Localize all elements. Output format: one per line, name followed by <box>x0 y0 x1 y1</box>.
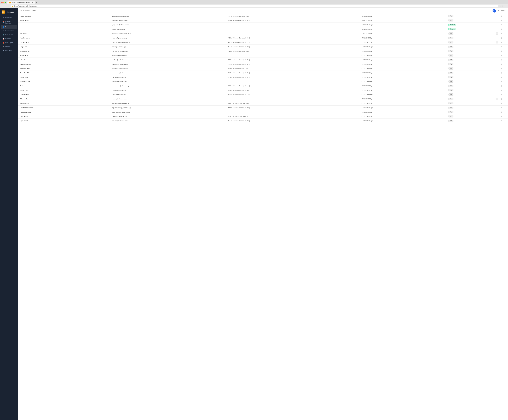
chevron-right-icon[interactable]: › <box>506 50 506 52</box>
chevron-right-icon[interactable]: › <box>506 28 506 30</box>
user-delete-cell[interactable]: 🗑 <box>500 18 504 23</box>
chevron-right-icon[interactable]: › <box>506 120 506 122</box>
chevron-right-icon[interactable]: › <box>506 55 506 56</box>
user-delete-cell[interactable]: 🗑 <box>500 92 504 97</box>
sidebar-item-data-export[interactable]: 📤 Data Export <box>1 41 17 45</box>
chevron-right-icon[interactable]: › <box>506 41 506 43</box>
user-chevron-cell[interactable]: › <box>504 18 508 23</box>
hamburger-icon[interactable]: ≡ <box>21 10 22 12</box>
sidebar-item-help-desk[interactable]: ℹ Help Desk <box>1 49 17 52</box>
user-delete-cell[interactable]: 🗑 <box>500 75 504 79</box>
user-delete-cell[interactable]: 🗑 <box>500 27 504 31</box>
delete-icon[interactable]: 🗑 <box>501 28 503 30</box>
user-delete-cell[interactable]: 🗑 <box>500 23 504 27</box>
user-chevron-cell[interactable]: › <box>504 31 508 36</box>
delete-icon[interactable]: 🗑 <box>501 107 503 109</box>
url-bar[interactable]: 🔒 https://dashboard.yellowbox.app/users <box>10 5 498 7</box>
extensions-icon[interactable]: ⚙ <box>502 5 504 7</box>
user-delete-cell[interactable]: 🗑 <box>500 58 504 62</box>
user-delete-cell[interactable]: 🗑 <box>500 71 504 75</box>
user-delete-cell[interactable]: 🗑 <box>500 62 504 66</box>
delete-icon[interactable]: 🗑 <box>501 120 503 122</box>
delete-icon[interactable]: 🗑 <box>501 41 503 43</box>
user-delete-cell[interactable]: 🗑 <box>500 114 504 119</box>
user-delete-cell[interactable]: 🗑 <box>500 79 504 84</box>
delete-icon[interactable]: 🗑 <box>501 94 503 96</box>
chevron-right-icon[interactable]: › <box>506 37 506 39</box>
delete-icon[interactable]: 🗑 <box>501 33 503 34</box>
user-chevron-cell[interactable]: › <box>504 92 508 97</box>
chevron-right-icon[interactable]: › <box>506 81 506 82</box>
breadcrumb-home[interactable]: Dashboard <box>23 10 30 12</box>
user-delete-cell[interactable]: 🗑 <box>500 45 504 49</box>
user-chevron-cell[interactable]: › <box>504 27 508 31</box>
user-chevron-cell[interactable]: › <box>504 62 508 66</box>
forward-button[interactable]: › <box>4 5 7 7</box>
delete-icon[interactable]: 🗑 <box>501 76 503 78</box>
chevron-right-icon[interactable]: › <box>506 24 506 26</box>
user-chevron-cell[interactable]: › <box>504 36 508 40</box>
delete-icon[interactable]: 🗑 <box>501 20 503 21</box>
browser-tab-active[interactable]: Users - Yellowbox Partner Da... ✕ <box>7 1 35 4</box>
user-chevron-cell[interactable]: › <box>504 88 508 92</box>
user-delete-cell[interactable]: 🗑 <box>500 110 504 114</box>
close-dot[interactable] <box>1 2 3 3</box>
sidebar-item-users[interactable]: 👤 Users <box>1 25 17 29</box>
chevron-right-icon[interactable]: › <box>506 94 506 96</box>
user-delete-cell[interactable]: 🗑 <box>500 31 504 36</box>
chevron-right-icon[interactable]: › <box>506 63 506 65</box>
minimize-dot[interactable] <box>3 2 4 3</box>
chevron-right-icon[interactable]: › <box>506 89 506 91</box>
chevron-right-icon[interactable]: › <box>506 103 506 104</box>
user-chevron-cell[interactable]: › <box>504 53 508 58</box>
maximize-dot[interactable] <box>5 2 6 3</box>
delete-icon[interactable]: 🗑 <box>501 63 503 65</box>
bookmark-icon[interactable]: ☆ <box>499 5 501 7</box>
delete-icon[interactable]: 🗑 <box>501 111 503 113</box>
user-delete-cell[interactable]: 🗑 <box>500 36 504 40</box>
user-chevron-cell[interactable]: › <box>504 58 508 62</box>
user-chevron-cell[interactable]: › <box>504 71 508 75</box>
chevron-right-icon[interactable]: › <box>506 59 506 61</box>
user-delete-cell[interactable]: 🗑 <box>500 40 504 45</box>
delete-icon[interactable]: 🗑 <box>501 85 503 87</box>
chevron-right-icon[interactable]: › <box>506 85 506 87</box>
delete-icon[interactable]: 🗑 <box>501 24 503 26</box>
delete-icon[interactable]: 🗑 <box>501 98 503 100</box>
chevron-right-icon[interactable]: › <box>506 33 506 34</box>
chevron-right-icon[interactable]: › <box>506 72 506 74</box>
user-delete-cell[interactable]: 🗑 <box>500 49 504 53</box>
user-delete-cell[interactable]: 🗑 <box>500 14 504 18</box>
delete-icon[interactable]: 🗑 <box>501 55 503 56</box>
user-chevron-cell[interactable]: › <box>504 114 508 119</box>
delete-icon[interactable]: 🗑 <box>501 15 503 17</box>
delete-icon[interactable]: 🗑 <box>501 116 503 117</box>
chevron-right-icon[interactable]: › <box>506 20 506 21</box>
user-chevron-cell[interactable]: › <box>504 75 508 79</box>
delete-icon[interactable]: 🗑 <box>501 68 503 69</box>
user-chevron-cell[interactable]: › <box>504 79 508 84</box>
user-delete-cell[interactable]: 🗑 <box>500 101 504 105</box>
sidebar-item-support[interactable]: 💬 Support <box>1 45 17 49</box>
delete-icon[interactable]: 🗑 <box>501 89 503 91</box>
user-chevron-cell[interactable]: › <box>504 23 508 27</box>
user-chevron-cell[interactable]: › <box>504 101 508 105</box>
tab-close-icon[interactable]: ✕ <box>32 2 33 3</box>
user-chevron-cell[interactable]: › <box>504 105 508 110</box>
chevron-right-icon[interactable]: › <box>506 116 506 117</box>
user-delete-cell[interactable]: 🗑 <box>500 119 504 123</box>
user-delete-cell[interactable]: 🗑 <box>500 84 504 88</box>
sidebar-item-integrations[interactable]: 🔗 Integrations <box>1 33 17 37</box>
user-chevron-cell[interactable]: › <box>504 49 508 53</box>
chevron-right-icon[interactable]: › <box>506 68 506 69</box>
delete-icon[interactable]: 🗑 <box>501 103 503 104</box>
user-delete-cell[interactable]: 🗑 <box>500 66 504 71</box>
sidebar-item-reporting[interactable]: 📊 Reporting <box>1 37 17 41</box>
sidebar-item-manage-locations[interactable]: 📍 Manage Locations <box>1 20 17 25</box>
user-chevron-cell[interactable]: › <box>504 97 508 101</box>
delete-icon[interactable]: 🗑 <box>501 72 503 74</box>
delete-icon[interactable]: 🗑 <box>501 46 503 48</box>
sidebar-item-configuration[interactable]: ⚙ Configuration <box>1 29 17 33</box>
new-tab-button[interactable]: + <box>35 1 38 4</box>
chevron-right-icon[interactable]: › <box>506 46 506 48</box>
